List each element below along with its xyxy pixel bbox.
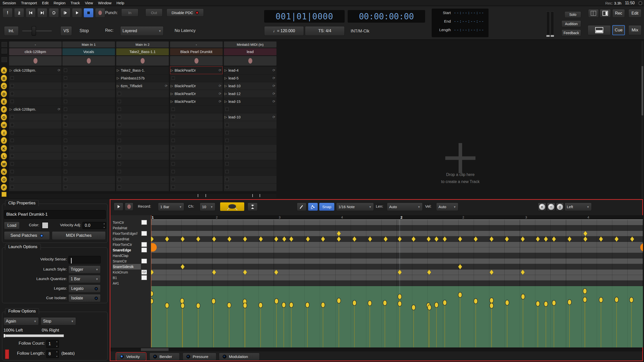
empty-clip-slot[interactable]	[118, 100, 121, 103]
launch-quantize-dropdown[interactable]: 1 Bar▼	[68, 275, 101, 283]
goto-end-button[interactable]	[37, 8, 47, 18]
empty-clip-slot[interactable]	[225, 178, 229, 181]
clip-slot[interactable]: ▷lead-4⟳	[224, 67, 276, 74]
track-name-5[interactable]: lead	[224, 48, 276, 55]
spinner-icon[interactable]: ▲▼	[56, 341, 58, 347]
empty-clip-slot[interactable]	[118, 139, 121, 142]
empty-clip-slot[interactable]	[225, 162, 229, 165]
bbt-clock[interactable]: 001|01|0000	[264, 10, 345, 23]
note-row-7[interactable]	[151, 258, 643, 264]
track-input-2[interactable]: Main In 1	[62, 41, 115, 48]
follow-prob-handle[interactable]	[4, 334, 5, 338]
clip-slot[interactable]: ▷lead-10⟳	[224, 113, 276, 121]
track-recarm-3[interactable]	[116, 56, 169, 66]
drum-row-PedalHat[interactable]: PedalHat	[113, 225, 141, 231]
zoom-fit-button[interactable]: []	[556, 203, 564, 211]
drum-row-SnareEdge[interactable]: SnareEdge	[113, 247, 141, 253]
shuttle-slider-track[interactable]	[22, 30, 52, 31]
percussive-mode-button[interactable]	[220, 202, 245, 211]
menu-item-transport[interactable]: Transport	[18, 1, 39, 5]
play-button[interactable]	[72, 8, 82, 18]
clip-slot[interactable]: ▷Plainbass157b	[117, 74, 168, 82]
empty-clip-slot[interactable]	[11, 100, 14, 103]
midi-panic-button[interactable]: !	[3, 8, 13, 18]
track-name-4[interactable]: Black Pearl Drumkit	[170, 48, 223, 55]
note-row-2[interactable]	[151, 231, 643, 236]
solo-button[interactable]: Solo	[565, 11, 581, 18]
velocity-lane[interactable]	[151, 286, 643, 347]
velocity-sense-field[interactable]	[68, 256, 101, 263]
zoom-out-button[interactable]: −	[547, 203, 555, 211]
empty-clip-slot[interactable]	[11, 92, 14, 95]
channel-dropdown[interactable]: 10▼	[200, 203, 215, 211]
track-name-1[interactable]: click-120bpm	[9, 48, 62, 55]
beat-ruler[interactable]	[151, 215, 643, 220]
snap-button[interactable]: Snap	[319, 203, 335, 211]
note-row-8[interactable]	[151, 264, 643, 269]
empty-clip-slot[interactable]	[118, 154, 121, 158]
note-row-5[interactable]	[151, 247, 643, 253]
record-button[interactable]	[95, 8, 105, 18]
drum-row-SnareSidestk[interactable]: SnareSidestk	[113, 264, 141, 269]
empty-clip-slot[interactable]	[172, 76, 175, 80]
clip-play-icon[interactable]: ▷	[224, 76, 227, 80]
cue-row-D[interactable]: D	[1, 90, 7, 97]
empty-clip-slot[interactable]	[118, 170, 121, 173]
cue-row-A[interactable]: A	[1, 67, 7, 74]
empty-clip-slot[interactable]	[225, 170, 229, 173]
legato-button[interactable]: Legato	[68, 285, 101, 293]
grid-unit-dropdown[interactable]: 1/16 Note▼	[336, 203, 374, 211]
record-indicator-icon[interactable]	[638, 1, 642, 5]
clip-slot[interactable]: ▷6zm_Tiffadeli⟳	[117, 82, 168, 89]
empty-clip-slot[interactable]	[11, 186, 14, 189]
zoom-focus-dropdown[interactable]: Left▼	[565, 203, 592, 211]
empty-clip-slot[interactable]	[225, 154, 229, 158]
rec-page-button[interactable]: Rec	[612, 9, 625, 18]
send-patches-button[interactable]: Send Patches	[4, 231, 50, 240]
drum-row-TomCtr[interactable]: TomCtr	[113, 220, 141, 225]
range-length-value[interactable]: --:--:--:--	[454, 28, 484, 32]
feedback-button[interactable]: Feedback	[561, 29, 581, 36]
empty-clip-slot[interactable]	[118, 115, 121, 119]
range-end-value[interactable]: --:--:--:--	[454, 19, 484, 24]
punch-out-button[interactable]: Out	[145, 9, 163, 17]
empty-clip-slot[interactable]	[172, 147, 175, 150]
clip-play-icon[interactable]: ▷	[117, 84, 119, 88]
audition-button[interactable]: Audition	[561, 20, 581, 27]
clip-name-field[interactable]: Black Pearl Drumkit-1	[4, 210, 106, 219]
empty-clip-slot[interactable]	[172, 108, 175, 111]
clip-play-icon[interactable]: ▷	[10, 107, 12, 111]
piano-key-white[interactable]	[141, 248, 147, 252]
zoom-in-button[interactable]: +	[538, 203, 546, 211]
empty-clip-slot[interactable]	[11, 147, 14, 150]
cue-row-B[interactable]: B	[1, 75, 7, 82]
empty-clip-slot[interactable]	[64, 162, 67, 165]
empty-clip-slot[interactable]	[11, 115, 14, 119]
tempo-button[interactable]: ♩= 120.000	[264, 26, 304, 36]
record-length-dropdown[interactable]: 1 Bar▼	[158, 203, 184, 211]
empty-clip-slot[interactable]	[118, 92, 121, 95]
draw-tool-button[interactable]	[297, 203, 306, 211]
empty-clip-slot[interactable]	[64, 115, 67, 119]
metronome-button[interactable]	[14, 8, 24, 18]
clip-slot[interactable]: ▷lead-10⟳	[224, 82, 276, 89]
tab-modulation[interactable]: Modulation	[219, 353, 260, 360]
time-signature-button[interactable]: TS: 4/4	[305, 26, 345, 36]
clip-play-icon[interactable]: ▷	[10, 68, 12, 72]
empty-clip-slot[interactable]	[64, 76, 67, 80]
tab-pressure[interactable]: Pressure	[183, 353, 216, 360]
drum-row-HandClap[interactable]: HandClap	[113, 253, 141, 258]
range-start-value[interactable]: --:--:--:--	[454, 11, 484, 15]
follow-prob-slider[interactable]	[4, 334, 64, 337]
tab-velocity[interactable]: Velocity	[116, 353, 146, 360]
empty-clip-slot[interactable]	[172, 154, 175, 158]
clip-play-icon[interactable]: ▷	[171, 92, 173, 96]
empty-clip-slot[interactable]	[118, 147, 121, 150]
empty-clip-slot[interactable]	[225, 147, 229, 150]
velocity-adj-field[interactable]: 0.0▲▼	[83, 222, 106, 229]
empty-clip-slot[interactable]	[11, 76, 14, 80]
clip-slot[interactable]: ▷click-120bpm.⟳	[10, 67, 61, 74]
note-velocity-dropdown[interactable]: Auto▼	[436, 203, 458, 211]
note-row-10[interactable]	[151, 275, 643, 281]
empty-clip-slot[interactable]	[64, 147, 67, 150]
